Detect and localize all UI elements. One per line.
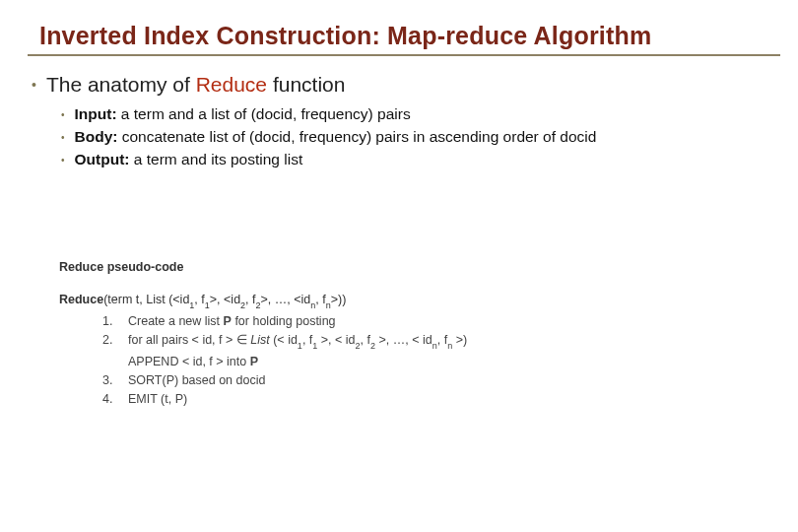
pseudocode-heading: Reduce pseudo-code [59, 258, 467, 277]
sig-name: Reduce [59, 293, 103, 306]
step-3: 3. SORT(P) based on docid [102, 371, 467, 390]
step-num: 2. [102, 331, 128, 352]
step1-text: Create a new list [128, 314, 224, 328]
main-prefix: The anatomy of [46, 73, 196, 96]
append-text: APPEND < id, f > into [128, 355, 250, 368]
bullet-icon: • [61, 108, 65, 122]
sig-subn: n [310, 300, 315, 310]
sub-bullet-list: • Input: a term and a list of (docid, fr… [61, 104, 596, 172]
sub-bullet-output: • Output: a term and its posting list [61, 150, 596, 170]
pseudocode-steps2: 3. SORT(P) based on docid 4. EMIT (t, P) [102, 371, 467, 410]
sig-prefix: (term t, List (< [103, 293, 179, 306]
sub-input-label: Input: [75, 105, 117, 122]
sig-end: >)) [331, 293, 347, 306]
step-2: 2. for all pairs < id, f > ∈ List (< id1… [102, 331, 467, 352]
bullet-icon: • [32, 77, 36, 93]
step2-d: >, …, < [375, 333, 423, 347]
step2-list: List [250, 333, 269, 347]
sub-bullet-body: • Body: concatenate list of (docid, freq… [61, 127, 596, 148]
sub-output-label: Output: [75, 151, 130, 167]
sig-sep1: >, < [210, 293, 232, 306]
step-4: 4. EMIT (t, P) [102, 390, 467, 409]
sig-idn: id [301, 293, 311, 306]
main-bullet: • The anatomy of Reduce function [32, 73, 345, 97]
sig-ell: >, …, < [261, 293, 301, 306]
slide-title: Inverted Index Construction: Map-reduce … [39, 22, 651, 50]
sig-sub1: 1 [189, 300, 194, 310]
pseudocode-block: Reduce pseudo-code Reduce(term t, List (… [59, 258, 467, 410]
sig-id2: id [231, 293, 240, 306]
step-num: 4. [102, 390, 128, 409]
step-num: 3. [102, 371, 128, 390]
title-divider [28, 54, 780, 56]
sig-subnb: n [326, 300, 331, 310]
main-accent: Reduce [196, 73, 267, 96]
sub-output-text: a term and its posting list [129, 151, 302, 167]
step2-e: >) [452, 333, 467, 347]
step2-a: for all pairs < id, f > ∈ [128, 333, 250, 347]
step-append: APPEND < id, f > into P [128, 353, 467, 371]
step2-sub2b: 2 [370, 341, 375, 351]
sig-sub1b: 1 [205, 300, 210, 310]
sub-body-text: concatenate list of (docid, frequency) p… [117, 128, 596, 145]
step2-id2: id [346, 333, 356, 347]
bullet-icon: • [61, 131, 65, 145]
main-suffix: function [267, 73, 345, 96]
bullet-icon: • [61, 154, 65, 167]
append-bold: P [250, 355, 258, 368]
sig-id1: id [180, 293, 190, 306]
step2-subnb: n [447, 341, 452, 351]
sub-body-label: Body: [75, 128, 118, 145]
sub-input-text: a term and a list of (docid, frequency) … [117, 105, 411, 122]
step2-sub1b: 1 [312, 341, 317, 351]
sig-sub2: 2 [240, 300, 245, 310]
step4-text: EMIT (t, P) [128, 390, 187, 409]
step2-idn: id [423, 333, 432, 347]
main-bullet-text: The anatomy of Reduce function [46, 73, 346, 97]
pseudocode-steps: 1. Create a new list P for holding posti… [102, 312, 467, 353]
step2-id1: id [288, 333, 298, 347]
step1-rest: for holding posting [232, 314, 336, 328]
step3-text: SORT(P) based on docid [128, 371, 265, 390]
step2-b: (< [270, 333, 288, 347]
sub-bullet-input: • Input: a term and a list of (docid, fr… [61, 104, 596, 125]
step2-sub2: 2 [356, 341, 361, 351]
step2-subn: n [432, 341, 437, 351]
pseudocode-signature: Reduce(term t, List (<id1, f1>, <id2, f2… [59, 291, 467, 311]
step-num: 1. [102, 312, 128, 331]
step1-bold: P [224, 314, 232, 328]
step2-sub1: 1 [298, 341, 302, 351]
sig-sub2b: 2 [256, 300, 261, 310]
step-1: 1. Create a new list P for holding posti… [102, 312, 467, 331]
step2-c: >, < [317, 333, 346, 347]
